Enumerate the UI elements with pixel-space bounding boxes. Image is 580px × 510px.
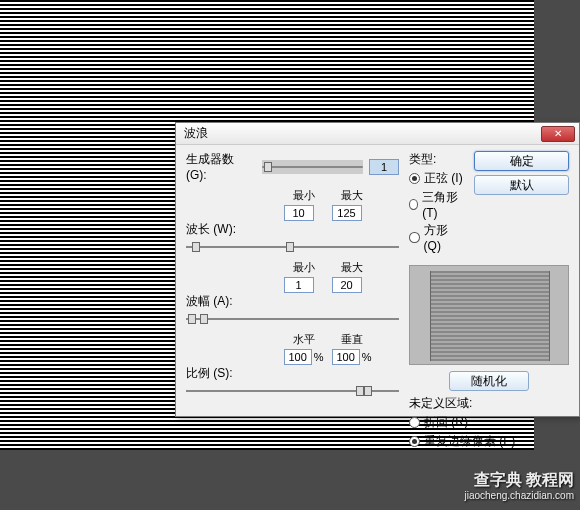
type-group: 类型: 正弦 (I) 三角形 (T) 方形 (Q) (409, 151, 466, 259)
wavelength-max-label: 最大 (332, 188, 372, 203)
default-button[interactable]: 默认 (474, 175, 569, 195)
radio-icon (409, 436, 420, 447)
scale-h-label: 水平 (284, 332, 324, 347)
close-button[interactable]: ✕ (541, 126, 575, 142)
type-sine-radio[interactable]: 正弦 (I) (409, 170, 466, 187)
undefined-area-group: 未定义区域: 折回 (R) 重复边缘像素 (E) (409, 395, 569, 450)
ok-button[interactable]: 确定 (474, 151, 569, 171)
radio-icon (409, 417, 420, 428)
scale-v-label: 垂直 (332, 332, 372, 347)
close-icon: ✕ (554, 128, 562, 139)
generators-label: 生成器数 (G): (186, 151, 256, 182)
type-legend: 类型: (409, 151, 436, 168)
scale-h-input[interactable]: 100 (284, 349, 312, 365)
type-sine-label: 正弦 (I) (424, 170, 463, 187)
type-square-label: 方形 (Q) (424, 222, 466, 253)
undef-wrap-label: 折回 (R) (424, 414, 468, 431)
amplitude-min-input[interactable]: 1 (284, 277, 314, 293)
wavelength-slider[interactable] (186, 240, 399, 254)
wave-dialog: 波浪 ✕ 生成器数 (G): 1 最小 10 最大 (175, 122, 580, 417)
scale-slider[interactable] (186, 384, 399, 398)
generators-input[interactable]: 1 (369, 159, 399, 175)
wavelength-label: 波长 (W): (186, 221, 256, 238)
amplitude-slider[interactable] (186, 312, 399, 326)
watermark-line1: 查字典 教程网 (464, 472, 574, 488)
preview-inner (430, 271, 550, 361)
watermark: 查字典 教程网 jiaocheng.chazidian.com (464, 472, 574, 504)
preview-panel (409, 265, 569, 365)
scale-label: 比例 (S): (186, 365, 256, 382)
wavelength-min-label: 最小 (284, 188, 324, 203)
undef-repeat-label: 重复边缘像素 (E) (424, 433, 515, 450)
dialog-title: 波浪 (184, 125, 208, 142)
amplitude-label: 波幅 (A): (186, 293, 256, 310)
type-square-radio[interactable]: 方形 (Q) (409, 222, 466, 253)
undef-wrap-radio[interactable]: 折回 (R) (409, 414, 569, 431)
amplitude-max-input[interactable]: 20 (332, 277, 362, 293)
radio-icon (409, 232, 420, 243)
radio-icon (409, 199, 418, 210)
amplitude-max-label: 最大 (332, 260, 372, 275)
randomize-button[interactable]: 随机化 (449, 371, 529, 391)
generators-slider[interactable] (262, 160, 363, 174)
titlebar[interactable]: 波浪 ✕ (176, 123, 579, 145)
wavelength-min-input[interactable]: 10 (284, 205, 314, 221)
undefined-legend: 未定义区域: (409, 395, 569, 412)
type-triangle-label: 三角形 (T) (422, 189, 466, 220)
undef-repeat-radio[interactable]: 重复边缘像素 (E) (409, 433, 569, 450)
radio-icon (409, 173, 420, 184)
wavelength-max-input[interactable]: 125 (332, 205, 362, 221)
amplitude-min-label: 最小 (284, 260, 324, 275)
type-triangle-radio[interactable]: 三角形 (T) (409, 189, 466, 220)
scale-v-input[interactable]: 100 (332, 349, 360, 365)
watermark-line2: jiaocheng.chazidian.com (464, 488, 574, 504)
